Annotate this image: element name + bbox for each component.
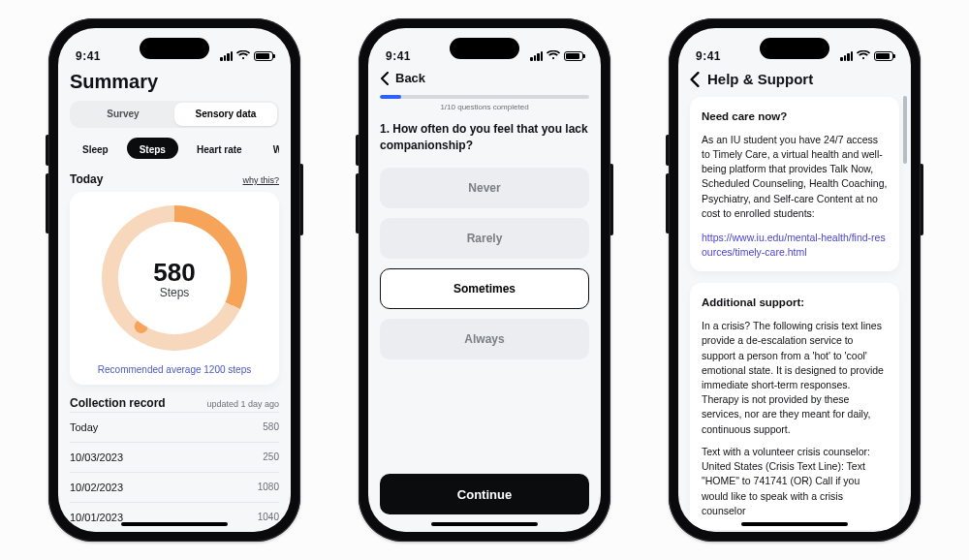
wifi-icon (236, 50, 250, 62)
continue-button[interactable]: Continue (380, 474, 589, 514)
survey-progress-bar (380, 95, 589, 99)
chip-sleep[interactable]: Sleep (70, 138, 121, 159)
back-label: Back (395, 71, 425, 85)
chevron-left-icon (380, 72, 390, 85)
progress-ring: 580 Steps (102, 205, 247, 351)
option-sometimes[interactable]: Sometimes (380, 268, 589, 309)
home-indicator[interactable] (121, 522, 228, 526)
additional-support-body-2: Text with a volunteer crisis counselor: … (702, 445, 888, 518)
page-title: Summary (70, 71, 279, 93)
option-never[interactable]: Never (380, 168, 589, 208)
home-indicator[interactable] (741, 522, 848, 526)
record-row[interactable]: Today 580 (70, 412, 279, 442)
chip-workouts[interactable]: Workouts (261, 138, 279, 159)
option-rarely[interactable]: Rarely (380, 218, 589, 259)
chevron-left-icon[interactable] (690, 72, 700, 87)
record-row-label: 10/02/2023 (70, 482, 123, 493)
phone-mockup-survey: 9:41 Back 1/10 questions completed 1. Ho… (359, 18, 610, 542)
timely-care-link[interactable]: https://www.iu.edu/mental-health/find-re… (702, 231, 888, 260)
phone-mockup-support: 9:41 Help & Support Need care now? As an… (669, 18, 921, 542)
option-always[interactable]: Always (380, 319, 589, 359)
clock: 9:41 (76, 49, 101, 63)
steps-value: 580 (153, 258, 195, 288)
care-now-body: As an IU student you have 24/7 access to… (702, 133, 888, 221)
battery-icon (874, 51, 893, 61)
cellular-icon (220, 51, 233, 61)
record-row-value: 250 (263, 451, 279, 463)
record-row-label: 10/01/2023 (70, 512, 123, 523)
record-row[interactable]: 10/02/2023 1080 (70, 472, 279, 502)
survey-question: 1. How often do you feel that you lack c… (380, 121, 589, 154)
back-button[interactable]: Back (380, 71, 589, 85)
recommendation-text: Recommended average 1200 steps (98, 364, 251, 375)
home-indicator[interactable] (431, 522, 538, 526)
steps-ring-card: 580 Steps Recommended average 1200 steps (70, 192, 279, 385)
clock: 9:41 (386, 49, 411, 63)
record-row-value: 1040 (258, 512, 279, 523)
segmented-control[interactable]: Survey Sensory data (70, 101, 279, 128)
wifi-icon (547, 50, 560, 62)
record-row-label: Today (70, 421, 98, 433)
steps-unit: Steps (153, 286, 195, 299)
updated-label: updated 1 day ago (206, 399, 279, 409)
dynamic-island (140, 38, 209, 59)
battery-icon (254, 51, 273, 61)
today-label: Today (70, 172, 103, 186)
tab-survey[interactable]: Survey (72, 103, 174, 126)
additional-support-heading: Additional support: (702, 296, 804, 308)
metric-chip-row[interactable]: Sleep Steps Heart rate Workouts Lo (70, 138, 279, 159)
dynamic-island (760, 38, 829, 59)
progress-caption: 1/10 questions completed (380, 103, 589, 111)
chip-steps[interactable]: Steps (127, 138, 178, 159)
phone-mockup-summary: 9:41 Summary Survey Sensory data Sleep S… (48, 18, 300, 542)
tab-sensory-data[interactable]: Sensory data (174, 103, 277, 126)
page-title: Help & Support (707, 71, 813, 87)
record-row-label: 10/03/2023 (70, 451, 123, 463)
clock: 9:41 (696, 49, 721, 63)
additional-support-card: Additional support: In a crisis? The fol… (690, 283, 899, 530)
additional-support-body-1: In a crisis? The following crisis text l… (702, 319, 888, 437)
cellular-icon (840, 51, 853, 61)
dynamic-island (450, 38, 519, 59)
collection-record-heading: Collection record (70, 396, 166, 410)
chip-heart-rate[interactable]: Heart rate (184, 138, 255, 159)
care-now-heading: Need care now? (702, 110, 787, 122)
battery-icon (564, 51, 583, 61)
care-now-card: Need care now? As an IU student you have… (690, 97, 899, 271)
record-row[interactable]: 10/01/2023 1040 (70, 502, 279, 532)
record-row-value: 1080 (258, 482, 279, 493)
record-row[interactable]: 10/03/2023 250 (70, 442, 279, 472)
why-this-link[interactable]: why this? (242, 175, 279, 185)
record-row-value: 580 (263, 421, 279, 433)
cellular-icon (530, 51, 543, 61)
wifi-icon (857, 50, 870, 62)
scrollbar-thumb[interactable] (903, 96, 907, 164)
